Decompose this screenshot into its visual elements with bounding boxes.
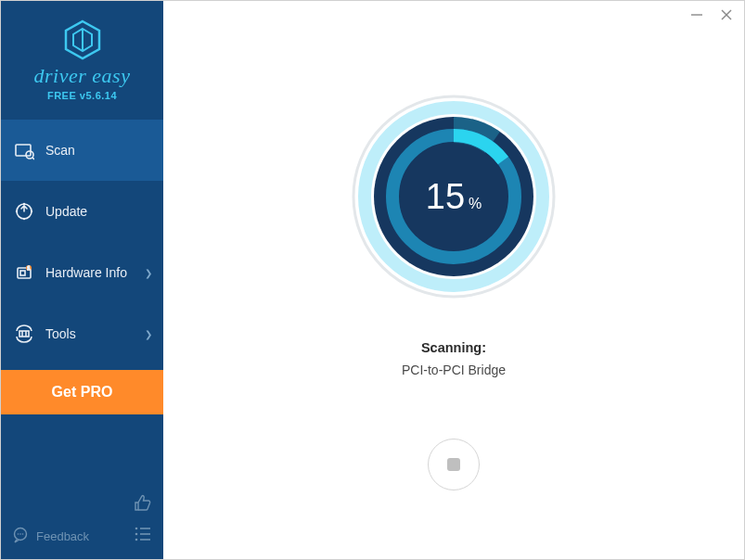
sidebar-item-update[interactable]: Update bbox=[1, 181, 163, 242]
window-controls bbox=[690, 8, 733, 24]
svg-rect-15 bbox=[19, 331, 29, 337]
sidebar-item-label: Scan bbox=[45, 143, 75, 158]
progress-percent: 15 % bbox=[426, 177, 482, 217]
tools-icon bbox=[14, 324, 34, 344]
sidebar-item-label: Hardware Info bbox=[45, 265, 127, 280]
sidebar-item-scan[interactable]: Scan bbox=[1, 120, 163, 181]
chat-icon bbox=[12, 527, 29, 546]
svg-point-8 bbox=[23, 218, 25, 220]
svg-rect-12 bbox=[20, 271, 25, 275]
sidebar-bottom: Feedback bbox=[1, 485, 163, 559]
hardware-icon: 1 bbox=[14, 262, 34, 283]
minimize-button[interactable] bbox=[690, 8, 703, 24]
feedback-label: Feedback bbox=[36, 529, 89, 543]
sidebar-item-label: Update bbox=[45, 204, 87, 219]
brand-version: FREE v5.6.14 bbox=[47, 90, 117, 101]
svg-line-5 bbox=[32, 158, 34, 159]
svg-point-24 bbox=[135, 533, 138, 536]
progress-value: 15 bbox=[426, 177, 465, 217]
svg-rect-3 bbox=[16, 145, 31, 156]
svg-point-7 bbox=[23, 203, 25, 205]
svg-point-21 bbox=[22, 533, 24, 535]
sidebar-item-hardware-info[interactable]: 1 Hardware Info ❯ bbox=[1, 242, 163, 303]
sidebar: driver easy FREE v5.6.14 Scan bbox=[1, 1, 163, 559]
menu-list-icon[interactable] bbox=[134, 526, 152, 546]
get-pro-button[interactable]: Get PRO bbox=[1, 370, 163, 414]
brand-name: driver easy bbox=[34, 64, 131, 88]
chevron-right-icon: ❯ bbox=[145, 268, 152, 278]
svg-point-26 bbox=[135, 539, 138, 541]
scan-icon bbox=[14, 140, 34, 160]
status-current-item: PCI-to-PCI Bridge bbox=[402, 363, 506, 377]
brand-block: driver easy FREE v5.6.14 bbox=[1, 1, 163, 114]
svg-text:1: 1 bbox=[28, 265, 31, 271]
chevron-right-icon: ❯ bbox=[145, 329, 152, 339]
stop-scan-button[interactable] bbox=[428, 439, 480, 490]
close-button[interactable] bbox=[720, 8, 733, 24]
svg-point-20 bbox=[19, 533, 21, 535]
svg-point-10 bbox=[31, 210, 32, 212]
status-title: Scanning: bbox=[421, 340, 486, 355]
sidebar-item-tools[interactable]: Tools ❯ bbox=[1, 303, 163, 364]
brand-logo-icon bbox=[60, 18, 105, 62]
svg-point-19 bbox=[18, 533, 19, 535]
feedback-button[interactable]: Feedback bbox=[12, 527, 89, 546]
svg-point-4 bbox=[26, 151, 33, 159]
svg-point-22 bbox=[135, 528, 138, 530]
sidebar-item-label: Tools bbox=[45, 326, 76, 341]
svg-point-9 bbox=[16, 210, 18, 212]
main-area: 15 % Scanning: PCI-to-PCI Bridge bbox=[163, 1, 744, 559]
progress-ring: 15 % bbox=[347, 90, 560, 303]
stop-icon bbox=[447, 458, 460, 471]
update-icon bbox=[14, 201, 34, 222]
scan-panel: 15 % Scanning: PCI-to-PCI Bridge bbox=[163, 1, 744, 490]
progress-unit: % bbox=[469, 196, 482, 212]
nav: Scan Update bbox=[1, 120, 163, 364]
get-pro-label: Get PRO bbox=[52, 384, 113, 401]
thumbs-up-icon[interactable] bbox=[134, 494, 152, 516]
